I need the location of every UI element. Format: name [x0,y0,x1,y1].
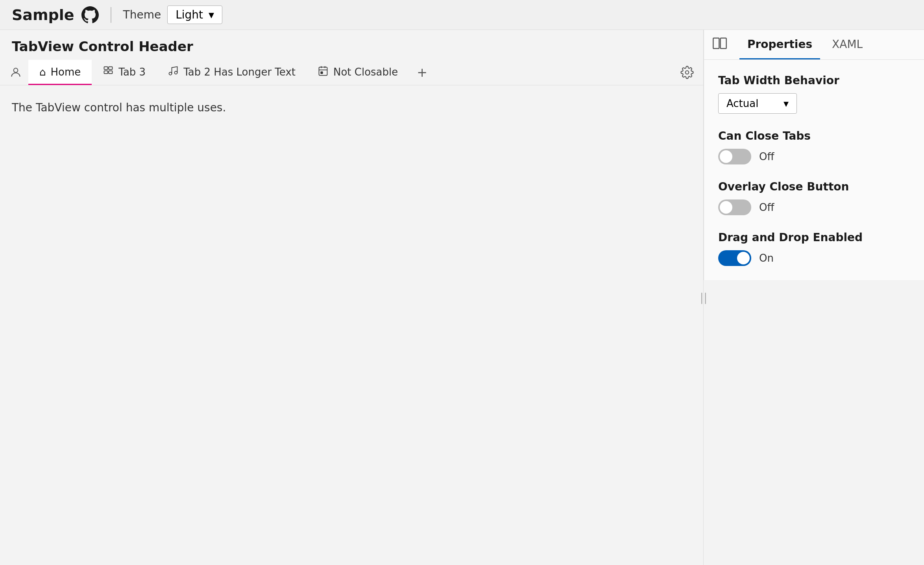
svg-rect-3 [104,71,108,74]
panel-content: Tab Width Behavior Actual ▾ Can Close Ta… [704,60,924,280]
tab-width-value: Actual [726,98,758,109]
theme-value: Light [176,8,203,21]
tab-properties-label: Properties [747,38,812,51]
drag-drop-toggle[interactable] [718,250,751,266]
overlay-close-toggle-row: Off [718,199,910,215]
add-tab-button[interactable]: + [409,60,435,85]
calendar-icon [318,65,329,79]
drag-drop-section: Drag and Drop Enabled On [718,231,910,266]
svg-rect-1 [104,66,108,69]
tab-width-behavior-section: Tab Width Behavior Actual ▾ [718,74,910,114]
tab-width-dropdown[interactable]: Actual ▾ [718,93,797,114]
can-close-tabs-toggle-row: Off [718,149,910,164]
person-icon[interactable] [3,60,28,85]
home-icon: ⌂ [39,66,46,78]
drag-drop-label: Drag and Drop Enabled [718,231,910,244]
can-close-tabs-label: Can Close Tabs [718,129,910,142]
can-close-tabs-toggle[interactable] [718,149,751,164]
theme-label: Theme [123,8,161,21]
app-title: Sample [12,6,74,24]
tab-home-label: Home [51,66,81,78]
theme-dropdown[interactable]: Light ▾ [167,6,222,24]
tab-notclosable[interactable]: Not Closable [307,60,409,85]
content-area: The TabView control has multiple uses. [0,85,703,130]
svg-point-9 [686,71,689,74]
can-close-tabs-state: Off [759,151,774,162]
content-text: The TabView control has multiple uses. [12,101,226,114]
tab-tab3[interactable]: Tab 3 [92,60,157,85]
main-layout: TabView Control Header ⌂ Home [0,30,924,565]
svg-rect-10 [713,38,719,49]
drag-drop-toggle-row: On [718,250,910,266]
tab3-icon [103,65,114,79]
section-header: TabView Control Header [0,30,703,60]
overlay-close-state: Off [759,201,774,213]
overlay-close-toggle[interactable] [718,199,751,215]
overlay-close-button-section: Overlay Close Button Off [718,180,910,215]
drag-drop-knob [737,252,750,264]
svg-rect-7 [319,67,327,75]
svg-point-0 [14,68,18,72]
svg-point-5 [169,72,172,75]
drag-drop-state: On [759,252,774,264]
can-close-tabs-knob [720,150,732,163]
tab-tab2longer[interactable]: Tab 2 Has Longer Text [157,60,307,85]
svg-point-6 [175,71,177,74]
settings-button[interactable] [671,60,703,85]
panel-icon-button[interactable] [712,35,728,54]
section-title: TabView Control Header [12,39,193,54]
svg-rect-8 [321,72,323,74]
music-icon [168,65,179,79]
github-icon[interactable] [81,6,99,24]
chevron-down-icon: ▾ [784,98,789,109]
tab-tab2longer-label: Tab 2 Has Longer Text [183,66,296,78]
tab-width-behavior-label: Tab Width Behavior [718,74,910,87]
overlay-close-knob [720,201,732,214]
tab-bar: ⌂ Home Tab 3 [0,60,703,85]
overlay-close-button-label: Overlay Close Button [718,180,910,193]
svg-rect-11 [721,38,726,49]
tab-home[interactable]: ⌂ Home [28,60,92,85]
svg-rect-2 [109,66,112,69]
right-panel-wrapper: || Properties XAML [704,30,924,565]
resize-handle[interactable]: || [700,30,708,565]
tab-xaml[interactable]: XAML [824,30,870,59]
tab-tab3-label: Tab 3 [118,66,146,78]
tab-properties[interactable]: Properties [739,30,820,59]
top-bar: Sample Theme Light ▾ [0,0,924,30]
svg-rect-4 [109,71,112,74]
can-close-tabs-section: Can Close Tabs Off [718,129,910,164]
right-panel: Properties XAML Tab Width Behavior Actua… [704,30,924,280]
tab-xaml-label: XAML [832,38,863,51]
top-divider [111,7,111,23]
panel-tabs: Properties XAML [704,30,924,60]
left-panel: TabView Control Header ⌂ Home [0,30,704,565]
tab-notclosable-label: Not Closable [333,66,398,78]
chevron-down-icon: ▾ [209,8,214,21]
